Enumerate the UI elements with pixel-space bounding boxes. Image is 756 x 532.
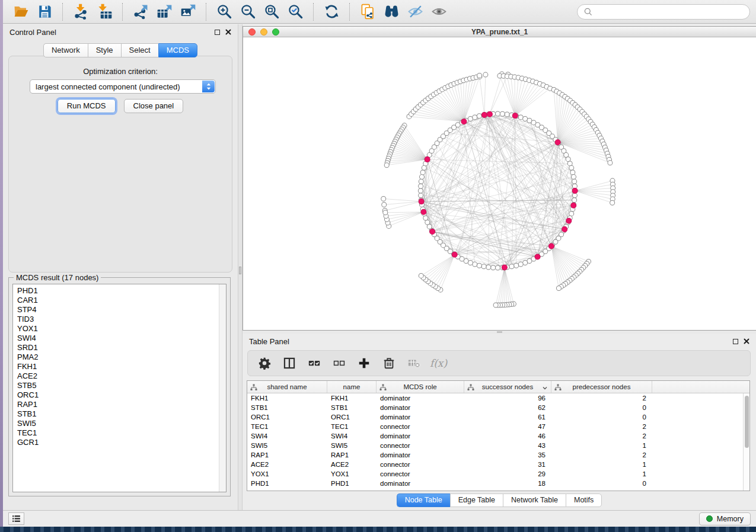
mcds-result-item[interactable]: STP4 bbox=[17, 305, 226, 315]
table-row[interactable]: FKH1FKH1dominator962 bbox=[247, 393, 749, 403]
mcds-result-item[interactable]: TEC1 bbox=[17, 428, 226, 438]
eye-slash-button[interactable] bbox=[404, 2, 426, 22]
zoom-out-button[interactable] bbox=[237, 2, 259, 22]
refresh-view-button[interactable] bbox=[321, 2, 342, 22]
table-scrollbar-track[interactable] bbox=[743, 393, 749, 491]
binoculars-icon bbox=[384, 4, 400, 20]
table-cell: 47 bbox=[464, 423, 551, 430]
mcds-result-item[interactable]: ACE2 bbox=[17, 371, 226, 381]
table-row[interactable]: SWI5SWI5connector431 bbox=[247, 441, 749, 450]
network-titlebar: YPA_prune.txt_1 bbox=[243, 27, 756, 37]
clone-network-button[interactable] bbox=[357, 2, 378, 22]
zoom-in-button[interactable] bbox=[213, 2, 235, 22]
network-graph[interactable] bbox=[243, 38, 756, 330]
search-input[interactable] bbox=[596, 7, 744, 17]
float-panel-icon[interactable] bbox=[215, 30, 220, 35]
search-box[interactable] bbox=[577, 4, 750, 20]
toggle-panel-layout-button[interactable] bbox=[278, 353, 300, 373]
save-session-button[interactable] bbox=[34, 2, 55, 22]
eye-button[interactable] bbox=[428, 2, 449, 22]
tab-mcds[interactable]: MCDS bbox=[158, 43, 197, 57]
graph-nodes[interactable] bbox=[381, 72, 615, 307]
node-table: shared namenameMCDS rolesuccessor nodesp… bbox=[247, 380, 750, 491]
table-row[interactable]: YOX1YOX1connector291 bbox=[247, 469, 749, 479]
float-panel-icon[interactable] bbox=[733, 339, 738, 344]
tab-node-table[interactable]: Node Table bbox=[397, 493, 450, 507]
mcds-result-title: MCDS result (17 nodes) bbox=[14, 273, 101, 282]
add-column-button[interactable] bbox=[353, 353, 375, 373]
table-row[interactable]: PHD1PHD1dominator180 bbox=[247, 479, 749, 488]
export-table-button[interactable] bbox=[154, 2, 175, 22]
control-panel: Control Panel NetworkStyleSelectMCDS Opt… bbox=[3, 24, 238, 510]
close-panel-icon[interactable] bbox=[744, 338, 749, 344]
tab-motifs[interactable]: Motifs bbox=[566, 493, 602, 507]
table-cell: 0 bbox=[551, 480, 652, 487]
table-row[interactable]: TEC1TEC1connector472 bbox=[247, 422, 749, 431]
select-all-button[interactable] bbox=[303, 353, 325, 373]
import-network-button[interactable] bbox=[70, 2, 91, 22]
column-header-successor-nodes[interactable]: successor nodes bbox=[464, 381, 551, 393]
mcds-result-item[interactable]: PHD1 bbox=[17, 286, 226, 296]
table-row[interactable]: RAP1RAP1dominator352 bbox=[247, 450, 749, 460]
column-header-shared-name[interactable]: shared name bbox=[247, 381, 327, 393]
mcds-result-item[interactable]: YOX1 bbox=[17, 324, 226, 334]
mcds-result-item[interactable]: SRD1 bbox=[17, 343, 226, 352]
delete-columns-button[interactable] bbox=[378, 353, 400, 373]
delete-table-icon bbox=[407, 357, 420, 370]
table-row[interactable]: ACE2ACE2connector311 bbox=[247, 460, 749, 469]
tab-style[interactable]: Style bbox=[88, 43, 121, 57]
export-image-button[interactable] bbox=[177, 2, 199, 22]
import-table-button[interactable] bbox=[94, 2, 115, 22]
table-cell: RAP1 bbox=[247, 451, 327, 459]
table-cell: SWI5 bbox=[247, 442, 327, 449]
table-row[interactable]: STB1STB1dominator620 bbox=[247, 403, 749, 412]
column-header-predecessor-nodes[interactable]: predecessor nodes bbox=[551, 381, 652, 393]
zoom-selected-button[interactable] bbox=[285, 2, 306, 22]
mcds-result-item[interactable]: TID3 bbox=[17, 315, 226, 324]
task-history-button[interactable] bbox=[8, 512, 24, 525]
tab-network-table[interactable]: Network Table bbox=[503, 493, 566, 507]
export-network-button[interactable] bbox=[130, 2, 151, 22]
table-cell: ACE2 bbox=[247, 461, 327, 468]
mcds-result-item[interactable]: ORC1 bbox=[17, 390, 226, 400]
close-window-icon[interactable] bbox=[248, 28, 256, 36]
memory-label: Memory bbox=[717, 515, 744, 523]
mcds-result-item[interactable]: STB5 bbox=[17, 381, 226, 390]
splitter-handle[interactable] bbox=[239, 267, 241, 274]
table-row[interactable]: ORC1ORC1dominator610 bbox=[247, 412, 749, 422]
maximize-window-icon[interactable] bbox=[272, 28, 279, 36]
memory-button[interactable]: Memory bbox=[699, 512, 751, 525]
mcds-result-item[interactable]: STB1 bbox=[17, 409, 226, 419]
splitter-handle[interactable] bbox=[497, 331, 502, 333]
vertical-splitter[interactable] bbox=[238, 24, 243, 510]
table-scrollbar-thumb[interactable] bbox=[745, 396, 749, 448]
table-row[interactable]: SWI4SWI4dominator462 bbox=[247, 431, 749, 441]
open-file-button[interactable] bbox=[10, 2, 31, 22]
deselect-all-button[interactable] bbox=[328, 353, 350, 373]
tab-edge-table[interactable]: Edge Table bbox=[450, 493, 503, 507]
tab-network[interactable]: Network bbox=[43, 43, 88, 57]
criterion-select[interactable]: largest connected component (undirected) bbox=[30, 79, 216, 94]
close-panel-button[interactable]: Close panel bbox=[124, 99, 184, 113]
column-header-MCDS-role[interactable]: MCDS role bbox=[377, 381, 464, 393]
run-mcds-button[interactable]: Run MCDS bbox=[58, 99, 116, 113]
mcds-result-item[interactable]: FKH1 bbox=[17, 362, 226, 371]
table-cell: 61 bbox=[464, 414, 551, 421]
binoculars-button[interactable] bbox=[381, 2, 402, 22]
mcds-result-item[interactable]: GCR1 bbox=[17, 438, 226, 447]
minimize-window-icon[interactable] bbox=[260, 28, 267, 36]
mcds-result-item[interactable]: SWI5 bbox=[17, 419, 226, 428]
network-canvas[interactable] bbox=[243, 38, 756, 330]
result-list-scrollbar[interactable] bbox=[219, 284, 226, 492]
mcds-result-item[interactable]: CAR1 bbox=[17, 296, 226, 305]
tab-select[interactable]: Select bbox=[121, 43, 158, 57]
zoom-fit-button[interactable] bbox=[261, 2, 282, 22]
mcds-result-item[interactable]: PMA2 bbox=[17, 352, 226, 362]
mcds-result-item[interactable]: SWI4 bbox=[17, 334, 226, 343]
close-panel-icon[interactable] bbox=[225, 29, 231, 35]
eye-slash-icon bbox=[407, 4, 423, 20]
table-cell: YOX1 bbox=[247, 470, 327, 477]
table-settings-button[interactable] bbox=[253, 353, 275, 373]
mcds-result-item[interactable]: RAP1 bbox=[17, 400, 226, 409]
column-header-name[interactable]: name bbox=[327, 381, 377, 393]
